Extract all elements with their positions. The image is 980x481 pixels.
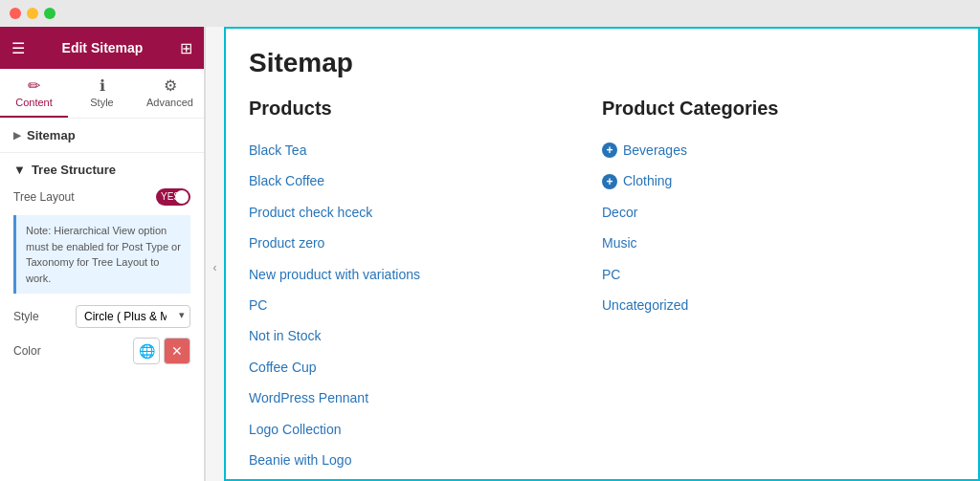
tab-content[interactable]: ✏ Content — [0, 69, 68, 118]
tab-style[interactable]: ℹ Style — [68, 69, 136, 118]
list-item[interactable]: WordPress Pennant — [249, 383, 602, 413]
color-clear-button[interactable]: ✕ — [164, 338, 190, 364]
list-item[interactable]: Product check hceck — [249, 197, 602, 228]
main-content: Sitemap Products Black Tea Black Coffee … — [224, 27, 980, 481]
list-item[interactable]: T-Shirt with Logo — [249, 475, 602, 481]
style-icon: ℹ — [100, 77, 105, 95]
tree-layout-label: Tree Layout — [13, 190, 75, 204]
list-item[interactable]: + Beverages — [602, 135, 955, 165]
list-item[interactable]: New prouduct with variations — [249, 259, 602, 290]
expand-icon: + — [602, 142, 617, 158]
collapse-icon: ‹ — [213, 261, 217, 274]
tree-layout-row: Tree Layout YES — [13, 188, 190, 206]
tab-content-label: Content — [15, 97, 53, 108]
info-text: Note: Hierarchical View option must be e… — [26, 225, 181, 284]
tab-style-label: Style — [90, 97, 113, 108]
products-column: Products Black Tea Black Coffee Product … — [249, 98, 602, 481]
categories-column: Product Categories + Beverages + Clothin… — [602, 98, 955, 481]
list-item[interactable]: Black Coffee — [249, 165, 602, 196]
expand-icon: + — [602, 174, 617, 189]
color-label: Color — [13, 344, 41, 358]
hamburger-icon[interactable]: ☰ — [11, 39, 25, 57]
content-icon: ✏ — [28, 77, 40, 95]
sidebar-collapse-arrow[interactable]: ‹ — [205, 27, 224, 481]
minimize-button[interactable] — [27, 8, 38, 19]
category-beverages-link[interactable]: Beverages — [623, 140, 687, 161]
category-clothing-link[interactable]: Clothing — [623, 170, 672, 191]
list-item[interactable]: Product zero — [249, 228, 602, 258]
toggle-yes-label: YES — [161, 191, 180, 202]
list-item[interactable]: Coffee Cup — [249, 352, 602, 383]
tree-structure-label: Tree Structure — [32, 163, 116, 177]
list-item[interactable]: Music — [602, 228, 955, 258]
list-item[interactable]: Logo Collection — [249, 414, 602, 445]
maximize-button[interactable] — [44, 8, 56, 19]
sitemap-section[interactable]: ▶ Sitemap — [0, 119, 204, 153]
color-controls: 🌐 ✕ — [133, 338, 190, 364]
advanced-icon: ⚙ — [164, 77, 177, 95]
list-item[interactable]: Decor — [602, 197, 955, 228]
list-item[interactable]: + Clothing — [602, 165, 955, 196]
style-select[interactable]: Circle ( Plus & Minus — [76, 305, 190, 328]
info-box: Note: Hierarchical View option must be e… — [13, 215, 190, 294]
sidebar-header: ☰ Edit Sitemap ⊞ — [0, 27, 204, 69]
style-select-wrapper: Circle ( Plus & Minus — [76, 305, 190, 328]
list-item[interactable]: Beanie with Logo — [249, 445, 602, 475]
categories-title: Product Categories — [602, 98, 955, 120]
sitemap-section-label: Sitemap — [27, 128, 76, 142]
sitemap-arrow-icon: ▶ — [13, 130, 21, 141]
style-row: Style Circle ( Plus & Minus — [13, 305, 190, 328]
tree-structure-section: ▼ Tree Structure Tree Layout YES Note: H… — [0, 153, 204, 383]
tree-layout-toggle[interactable]: YES — [156, 188, 190, 206]
page-title: Sitemap — [249, 48, 955, 78]
sitemap-grid: Products Black Tea Black Coffee Product … — [249, 98, 955, 481]
list-item[interactable]: Black Tea — [249, 135, 602, 165]
color-row: Color 🌐 ✕ — [13, 338, 190, 364]
close-button[interactable] — [10, 8, 21, 19]
list-item[interactable]: PC — [602, 259, 955, 290]
color-picker-button[interactable]: 🌐 — [133, 338, 160, 364]
list-item[interactable]: Not in Stock — [249, 320, 602, 351]
tree-structure-header[interactable]: ▼ Tree Structure — [13, 163, 190, 177]
tab-advanced-label: Advanced — [146, 97, 193, 108]
sidebar-tabs: ✏ Content ℹ Style ⚙ Advanced — [0, 69, 204, 119]
list-item[interactable]: Uncategorized — [602, 290, 955, 320]
products-title: Products — [249, 98, 602, 120]
list-item[interactable]: PC — [249, 290, 602, 320]
title-bar — [0, 0, 980, 27]
style-label: Style — [13, 310, 39, 323]
sidebar: ☰ Edit Sitemap ⊞ ✏ Content ℹ Style ⚙ Adv… — [0, 27, 205, 481]
tree-structure-arrow-icon: ▼ — [13, 163, 26, 177]
sidebar-title: Edit Sitemap — [62, 40, 144, 55]
grid-icon[interactable]: ⊞ — [180, 39, 192, 57]
tab-advanced[interactable]: ⚙ Advanced — [136, 69, 204, 118]
sitemap-section-header[interactable]: ▶ Sitemap — [13, 128, 190, 142]
